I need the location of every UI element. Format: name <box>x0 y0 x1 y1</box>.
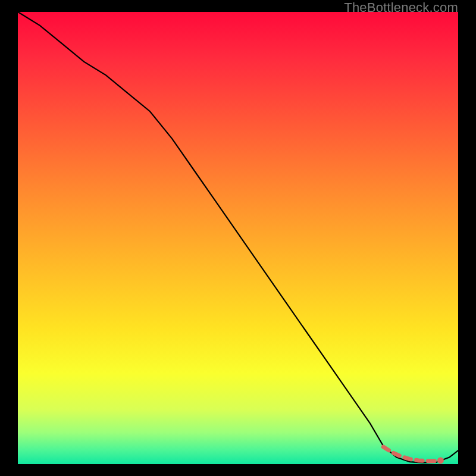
plot-area <box>18 12 458 464</box>
series-curve <box>18 12 458 463</box>
chart-svg <box>18 12 458 464</box>
series-marker <box>437 457 444 464</box>
series-dashed <box>383 447 436 461</box>
chart-frame: TheBottleneck.com <box>0 0 476 476</box>
